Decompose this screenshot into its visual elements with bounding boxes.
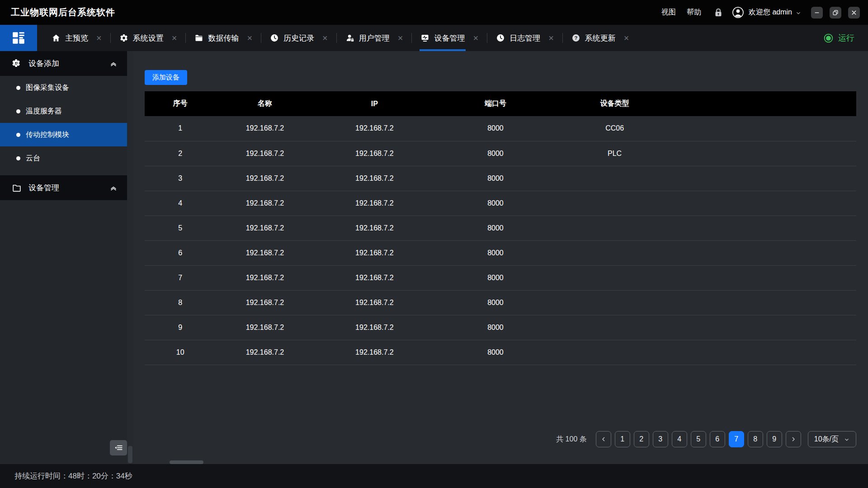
welcome-user-label[interactable]: 欢迎您 admin [749, 8, 792, 17]
table-cell: 1 [145, 116, 216, 141]
table-cell: CC06 [556, 116, 674, 141]
table-cell: 8000 [435, 191, 556, 216]
tab-main-preview[interactable]: 主预览× [47, 25, 106, 51]
pagination-total-label: 共 100 条 [556, 435, 587, 444]
table-cell [673, 290, 856, 315]
table-cell: 3 [145, 166, 216, 191]
table-cell: 8000 [435, 116, 556, 141]
table-cell: 6 [145, 240, 216, 265]
tab-close-icon[interactable]: × [473, 33, 478, 42]
sidebar-collapse-button[interactable] [110, 440, 127, 455]
tab-label: 数据传输 [208, 33, 239, 43]
table-row[interactable]: 8192.168.7.2192.168.7.28000 [145, 290, 856, 315]
pagination-page-6[interactable]: 6 [710, 431, 725, 447]
table-cell [556, 216, 674, 240]
restore-icon [831, 9, 840, 17]
table-cell: 8000 [435, 216, 556, 240]
tab-close-icon[interactable]: × [96, 33, 102, 42]
sidebar-section-gap [0, 170, 127, 175]
sidebar-item-drive-control-module[interactable]: 传动控制模块 [0, 123, 127, 146]
app-logo[interactable] [0, 25, 37, 51]
table-row[interactable]: 10192.168.7.2192.168.7.28000 [145, 340, 856, 365]
tab-close-icon[interactable]: × [548, 33, 554, 42]
pagination-page-1[interactable]: 1 [615, 431, 630, 447]
pagination-next-button[interactable] [786, 431, 801, 447]
tab-data-transfer[interactable]: 数据传输× [190, 25, 257, 51]
table-cell: 8000 [435, 240, 556, 265]
tab-system-settings[interactable]: 系统设置× [115, 25, 182, 51]
menu-view[interactable]: 视图 [656, 8, 681, 17]
table-cell: 192.168.7.2 [314, 191, 435, 216]
column-header: 端口号 [435, 91, 556, 116]
sidebar-scrollbar[interactable] [127, 51, 133, 464]
app-title: 工业物联网后台系统软件 [11, 6, 115, 19]
table-row[interactable]: 6192.168.7.2192.168.7.28000 [145, 240, 856, 265]
table-row[interactable]: 3192.168.7.2192.168.7.28000 [145, 166, 856, 191]
tab-label: 日志管理 [509, 33, 540, 43]
menu-help[interactable]: 帮助 [681, 8, 707, 17]
table-row[interactable]: 9192.168.7.2192.168.7.28000 [145, 315, 856, 340]
table-cell [556, 290, 674, 315]
sidebar-section-device-add[interactable]: 设备添加 [0, 51, 127, 76]
body-row: 设备添加图像采集设备温度服务器传动控制模块云台设备管理 添加设备 序号名称IP端… [0, 51, 868, 464]
pagination-page-9[interactable]: 9 [767, 431, 782, 447]
tab-user-management[interactable]: 用户管理× [341, 25, 408, 51]
title-bar: 工业物联网后台系统软件 视图 帮助 欢迎您 admin [0, 0, 868, 25]
horizontal-scrollbar-thumb[interactable] [170, 460, 203, 464]
minimize-window-button[interactable] [811, 7, 823, 19]
chevron-right-icon [790, 436, 797, 443]
table-cell: 2 [145, 141, 216, 166]
column-header-filler [673, 91, 856, 116]
gear-icon [119, 33, 128, 42]
window-buttons [804, 7, 860, 19]
tab-close-icon[interactable]: × [398, 33, 403, 42]
tab-divider [110, 33, 111, 43]
table-row[interactable]: 7192.168.7.2192.168.7.28000 [145, 265, 856, 290]
table-row[interactable]: 4192.168.7.2192.168.7.28000 [145, 191, 856, 216]
restore-window-button[interactable] [830, 7, 841, 19]
tab-close-icon[interactable]: × [322, 33, 328, 42]
pagination-page-4[interactable]: 4 [672, 431, 687, 447]
pagination-page-5[interactable]: 5 [691, 431, 706, 447]
table-cell [673, 315, 856, 340]
table-row[interactable]: 5192.168.7.2192.168.7.28000 [145, 216, 856, 240]
chevrons-up-icon[interactable] [109, 59, 118, 68]
sidebar-item-temperature-server[interactable]: 温度服务器 [0, 99, 127, 123]
tab-label: 系统设置 [133, 33, 164, 43]
pagination-prev-button[interactable] [596, 431, 611, 447]
status-bar: 持续运行时间：48时：20分：34秒 [0, 464, 868, 488]
tab-system-update[interactable]: ?系统更新× [567, 25, 634, 51]
table-cell: 192.168.7.2 [216, 191, 314, 216]
tab-close-icon[interactable]: × [247, 33, 252, 42]
chevrons-up-icon[interactable] [109, 183, 118, 192]
page-size-select[interactable]: 10条/页 [808, 431, 856, 447]
lock-icon[interactable] [713, 7, 724, 19]
table-cell [673, 240, 856, 265]
tab-log-management[interactable]: 日志管理× [491, 25, 558, 51]
table-row[interactable]: 2192.168.7.2192.168.7.28000PLC [145, 141, 856, 166]
tab-divider [411, 33, 412, 43]
table-cell: 8000 [435, 141, 556, 166]
sidebar-section-device-management[interactable]: 设备管理 [0, 175, 127, 200]
table-cell [673, 216, 856, 240]
pagination-page-7[interactable]: 7 [729, 431, 744, 447]
table-cell: 8000 [435, 290, 556, 315]
close-window-button[interactable] [848, 7, 860, 19]
sidebar-scrollbar-thumb[interactable] [128, 446, 132, 463]
table-cell [673, 340, 856, 365]
sidebar: 设备添加图像采集设备温度服务器传动控制模块云台设备管理 [0, 51, 133, 464]
table-header-row: 序号名称IP端口号设备类型 [145, 91, 856, 116]
pagination-page-8[interactable]: 8 [748, 431, 763, 447]
table-row[interactable]: 1192.168.7.2192.168.7.28000CC06 [145, 116, 856, 141]
add-device-button[interactable]: 添加设备 [145, 70, 187, 85]
pagination-page-2[interactable]: 2 [634, 431, 649, 447]
tab-device-management[interactable]: 设备管理× [416, 25, 483, 51]
tab-close-icon[interactable]: × [624, 33, 629, 42]
sidebar-item-ptz[interactable]: 云台 [0, 146, 127, 170]
pagination-page-3[interactable]: 3 [653, 431, 668, 447]
sidebar-item-image-capture-device[interactable]: 图像采集设备 [0, 76, 127, 99]
tab-label: 用户管理 [359, 33, 390, 43]
tab-close-icon[interactable]: × [172, 33, 177, 42]
tab-history[interactable]: 历史记录× [265, 25, 332, 51]
chevron-down-icon[interactable] [795, 10, 802, 16]
